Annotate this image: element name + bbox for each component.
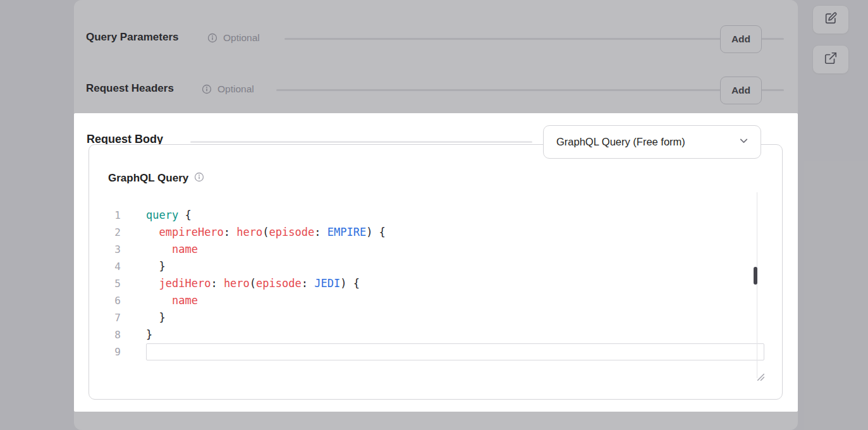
line-number: 7 (89, 309, 121, 326)
code-token-p: } (159, 260, 165, 273)
code-line[interactable]: jediHero: hero(episode: JEDI) { (146, 275, 763, 292)
code-token-attr: episode (269, 226, 315, 238)
code-token-p: ) { (366, 226, 386, 238)
code-token-prop: jediHero (159, 277, 211, 290)
screen: Query Parameters Optional Add Request He… (0, 0, 868, 430)
code-line[interactable]: } (146, 258, 763, 275)
resize-handle-icon[interactable] (757, 372, 764, 379)
code-token-prop: name (172, 243, 198, 255)
line-number: 9 (89, 343, 121, 360)
code-token-p (217, 277, 224, 290)
code-token-attr: episode (256, 277, 302, 290)
code-token-prop: hero (224, 277, 250, 290)
code-token-p: } (159, 311, 165, 324)
code-token-p (308, 277, 314, 290)
code-token-enum: JEDI (314, 277, 340, 290)
code-token-p: ( (262, 226, 269, 238)
line-number: 1 (89, 207, 121, 224)
divider (190, 141, 532, 143)
code-line-active[interactable] (146, 343, 764, 360)
code-token-p (321, 226, 327, 238)
code-lines: query { empireHero: hero(episode: EMPIRE… (146, 207, 763, 360)
code-token-p (146, 226, 159, 238)
line-number: 5 (89, 275, 121, 292)
code-token-p: : (211, 277, 217, 290)
code-line[interactable]: name (146, 292, 763, 309)
code-token-p: } (146, 328, 152, 341)
code-token-prop: hero (236, 226, 262, 238)
body-type-select[interactable]: GraphQL Query (Free form) (543, 125, 761, 159)
code-token-p (146, 294, 172, 307)
code-token-p: : (302, 277, 308, 290)
request-body-section: Request Body GraphQL Query (Free form) G… (74, 113, 798, 412)
code-token-p (146, 311, 159, 324)
line-number: 6 (89, 292, 121, 309)
line-number: 2 (89, 224, 121, 241)
code-line[interactable]: query { (146, 207, 763, 224)
code-token-prop: empireHero (159, 226, 223, 238)
code-token-p (146, 243, 172, 255)
code-line[interactable]: } (146, 326, 763, 343)
graphql-query-label-row: GraphQL Query (108, 172, 204, 185)
code-token-enum: EMPIRE (327, 226, 366, 238)
graphql-query-label: GraphQL Query (108, 172, 188, 185)
editor-scrollbar-thumb[interactable] (754, 267, 757, 285)
line-number: 8 (89, 326, 121, 343)
editor-scrollbar-track (757, 192, 757, 378)
code-token-p: ( (250, 277, 256, 290)
code-line[interactable]: name (146, 241, 763, 258)
line-numbers: 123456789 (89, 207, 121, 360)
code-token-kw: query (146, 209, 178, 221)
body-type-selected-value: GraphQL Query (Free form) (556, 136, 738, 148)
info-icon (194, 172, 204, 185)
code-token-p (146, 277, 159, 290)
chevron-down-icon (738, 135, 749, 149)
code-line[interactable]: } (146, 309, 763, 326)
code-token-p: ) { (340, 277, 360, 290)
code-token-p: { (178, 209, 191, 221)
line-number: 4 (89, 258, 121, 275)
code-token-prop: name (172, 294, 198, 307)
code-token-p: : (224, 226, 230, 238)
code-token-p (230, 226, 236, 238)
code-token-p: : (314, 226, 321, 238)
code-line[interactable]: empireHero: hero(episode: EMPIRE) { (146, 224, 763, 241)
graphql-editor-panel: GraphQL Query 123456789 query { empireHe… (89, 144, 783, 400)
line-number: 3 (89, 241, 121, 258)
code-token-p (146, 260, 159, 273)
